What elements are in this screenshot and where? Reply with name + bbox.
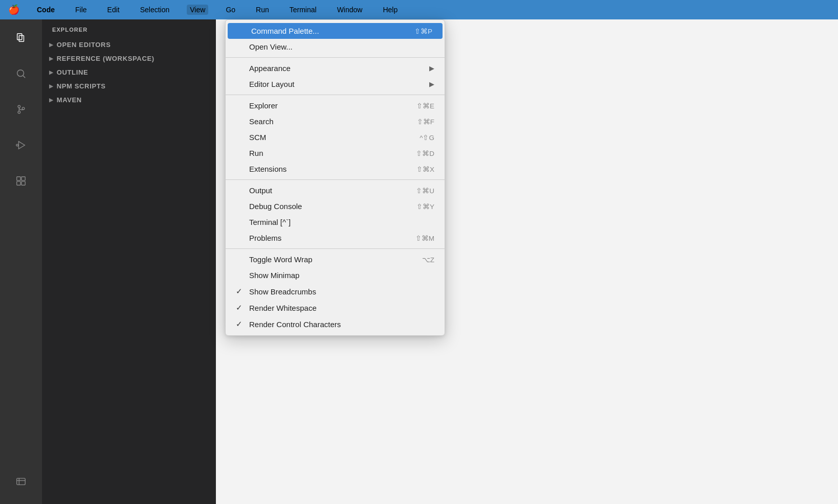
menu-item-whitespace-label: Render Whitespace: [249, 304, 317, 312]
menu-item-label: Problems: [236, 234, 281, 242]
chevron-right-icon-2: ▶: [49, 56, 54, 61]
sidebar-item-label-maven: Maven: [57, 96, 82, 104]
svg-point-6: [22, 107, 25, 110]
menu-item-label: Output: [236, 186, 272, 195]
sidebar-item-outline[interactable]: ▶ Outline: [42, 65, 216, 79]
menu-item-search[interactable]: Search ⇧⌘F: [226, 113, 445, 129]
separator-1: [226, 57, 445, 58]
activity-icon-scm[interactable]: [8, 96, 34, 123]
svg-point-5: [18, 111, 20, 113]
sidebar-item-label-reference: Reference (Workspace): [57, 55, 155, 62]
submenu-arrow-icon-2: ▶: [429, 80, 434, 88]
menu-item-appearance[interactable]: Appearance ▶: [226, 60, 445, 76]
sidebar-item-reference-workspace[interactable]: ▶ Reference (Workspace): [42, 52, 216, 65]
menu-item-toggle-word-wrap[interactable]: Toggle Word Wrap ⌥Z: [226, 251, 445, 267]
sidebar-item-npm-scripts[interactable]: ▶ NPM Scripts: [42, 79, 216, 93]
menu-item-minimap-label: Show Minimap: [249, 271, 299, 280]
menu-item-terminal[interactable]: Terminal [^`]: [226, 214, 445, 230]
check-icon-control-chars: ✓: [236, 319, 245, 329]
menu-item-open-view[interactable]: Open View...: [226, 39, 445, 55]
title-bar-help[interactable]: Help: [380, 5, 401, 15]
view-menu-dropdown: Command Palette... ⇧⌘P Open View... Appe…: [225, 19, 445, 336]
menu-item-explorer-shortcut: ⇧⌘E: [416, 102, 434, 110]
sidebar: Explorer ▶ Open Editors ▶ Reference (Wor…: [42, 19, 216, 504]
separator-2: [226, 95, 445, 95]
sidebar-item-label-outline: Outline: [57, 68, 89, 76]
activity-icon-remote[interactable]: [8, 468, 34, 495]
menu-item-show-breadcrumbs[interactable]: ✓ Show Breadcrumbs: [226, 283, 445, 300]
menu-item-debug-console-label: Debug Console: [249, 202, 302, 211]
menu-item-explorer-label: Explorer: [249, 101, 278, 110]
menu-item-label: ✓ Render Control Characters: [236, 319, 341, 329]
menu-item-extensions-label: Extensions: [249, 165, 286, 173]
activity-bar: [0, 19, 42, 504]
activity-icon-search[interactable]: [8, 60, 34, 87]
menu-item-label: Command Palette...: [238, 27, 319, 35]
title-bar-go[interactable]: Go: [223, 5, 238, 15]
menu-item-scm[interactable]: SCM ^⇧G: [226, 129, 445, 145]
menu-item-show-minimap[interactable]: Show Minimap: [226, 267, 445, 283]
menu-item-problems-shortcut: ⇧⌘M: [415, 234, 434, 242]
menu-item-appearance-label: Appearance: [249, 64, 291, 73]
title-bar-run[interactable]: Run: [253, 5, 272, 15]
menu-item-output[interactable]: Output ⇧⌘U: [226, 182, 445, 198]
menu-item-search-label: Search: [249, 117, 274, 126]
menu-item-scm-shortcut: ^⇧G: [420, 133, 434, 142]
menu-item-label: SCM: [236, 133, 266, 142]
sidebar-item-label-open-editors: Open Editors: [57, 41, 111, 49]
svg-point-2: [17, 70, 24, 77]
menu-item-label: Debug Console: [236, 202, 302, 211]
sidebar-title: Explorer: [42, 19, 216, 38]
menu-item-problems-label: Problems: [249, 234, 281, 242]
menu-item-label: Open View...: [236, 42, 293, 51]
menu-item-command-palette[interactable]: Command Palette... ⇧⌘P: [228, 23, 443, 39]
title-bar-view[interactable]: View: [187, 5, 208, 15]
svg-line-3: [23, 76, 25, 78]
menu-item-label: Appearance: [236, 64, 291, 73]
svg-rect-10: [17, 177, 20, 180]
menu-item-debug-console[interactable]: Debug Console ⇧⌘Y: [226, 198, 445, 214]
menu-item-word-wrap-label: Toggle Word Wrap: [249, 255, 313, 264]
menu-item-run-label: Run: [249, 149, 263, 157]
check-icon-breadcrumbs: ✓: [236, 287, 245, 296]
menu-item-command-palette-shortcut: ⇧⌘P: [414, 27, 432, 35]
title-bar-selection[interactable]: Selection: [137, 5, 173, 15]
title-bar-code[interactable]: Code: [34, 5, 58, 15]
menu-item-problems[interactable]: Problems ⇧⌘M: [226, 230, 445, 246]
svg-rect-1: [19, 35, 24, 41]
menu-item-output-label: Output: [249, 186, 272, 195]
menu-item-editor-layout[interactable]: Editor Layout ▶: [226, 76, 445, 92]
menu-item-control-chars-label: Render Control Characters: [249, 320, 341, 329]
svg-marker-8: [18, 142, 25, 149]
svg-point-4: [18, 105, 20, 108]
title-bar-terminal[interactable]: Terminal: [286, 5, 320, 15]
title-bar-edit[interactable]: Edit: [104, 5, 123, 15]
menu-item-extensions[interactable]: Extensions ⇧⌘X: [226, 161, 445, 177]
activity-icon-run[interactable]: [8, 132, 34, 158]
menu-item-explorer[interactable]: Explorer ⇧⌘E: [226, 98, 445, 113]
activity-icon-extensions[interactable]: [8, 168, 34, 194]
menu-item-run[interactable]: Run ⇧⌘D: [226, 145, 445, 161]
activity-icon-files[interactable]: [8, 25, 34, 51]
check-icon-whitespace: ✓: [236, 303, 245, 312]
menu-item-open-view-label: Open View...: [249, 42, 293, 51]
menu-item-label: ✓ Show Breadcrumbs: [236, 287, 316, 296]
sidebar-item-label-npm: NPM Scripts: [57, 82, 106, 90]
menu-item-label: Toggle Word Wrap: [236, 255, 313, 264]
sidebar-item-open-editors[interactable]: ▶ Open Editors: [42, 38, 216, 52]
menu-item-label: Search: [236, 117, 274, 126]
title-bar-file[interactable]: File: [72, 5, 90, 15]
menu-item-breadcrumbs-label: Show Breadcrumbs: [249, 287, 316, 296]
menu-item-editor-layout-label: Editor Layout: [249, 80, 294, 88]
menu-item-debug-console-shortcut: ⇧⌘Y: [416, 202, 434, 211]
svg-rect-13: [21, 181, 25, 185]
apple-icon[interactable]: 🍎: [8, 4, 19, 15]
menu-item-label: Show Minimap: [236, 271, 299, 280]
title-bar-window[interactable]: Window: [334, 5, 366, 15]
menu-item-render-control-chars[interactable]: ✓ Render Control Characters: [226, 316, 445, 332]
svg-rect-11: [21, 177, 25, 180]
svg-rect-0: [17, 34, 22, 40]
sidebar-item-maven[interactable]: ▶ Maven: [42, 93, 216, 107]
menu-item-label: Explorer: [236, 101, 278, 110]
menu-item-render-whitespace[interactable]: ✓ Render Whitespace: [226, 300, 445, 316]
